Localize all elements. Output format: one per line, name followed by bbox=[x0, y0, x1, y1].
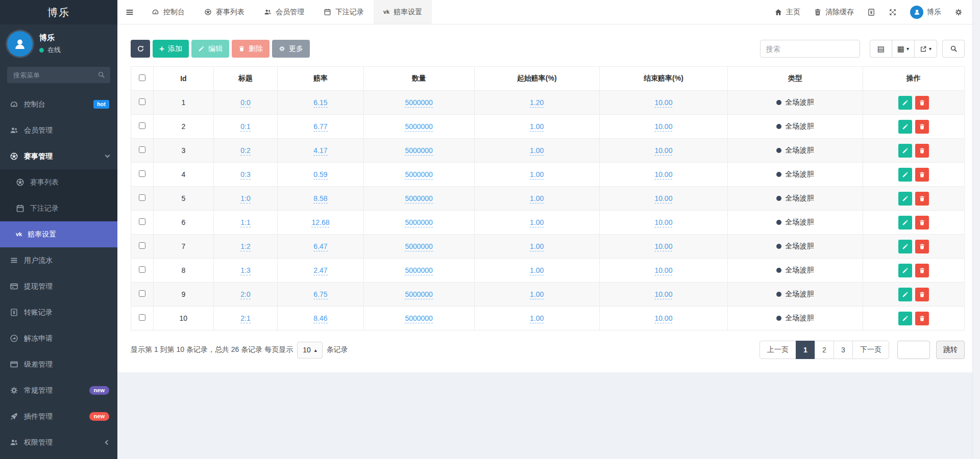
columns-button[interactable]: ▦ ▾ bbox=[892, 40, 915, 58]
row-delete-button[interactable] bbox=[915, 168, 929, 182]
cell-start-odds-link[interactable]: 1.00 bbox=[530, 146, 544, 156]
cell-title-link[interactable]: 0:3 bbox=[240, 170, 250, 180]
nav-tab[interactable]: 下注记录 bbox=[314, 0, 374, 24]
sidebar-item[interactable]: 常规管理new bbox=[0, 377, 117, 403]
cell-odds-link[interactable]: 2.47 bbox=[313, 266, 327, 275]
row-delete-button[interactable] bbox=[915, 288, 929, 301]
sidebar-item[interactable]: 权限管理 bbox=[0, 429, 117, 455]
page-jump-input[interactable] bbox=[897, 341, 930, 359]
cell-title-link[interactable]: 0:0 bbox=[240, 98, 250, 108]
sidebar-item[interactable]: 解冻申请 bbox=[0, 325, 117, 351]
row-edit-button[interactable] bbox=[898, 264, 912, 277]
cell-quantity-link[interactable]: 5000000 bbox=[405, 122, 433, 132]
cell-end-odds-link[interactable]: 10.00 bbox=[654, 218, 672, 227]
fullscreen-button[interactable] bbox=[889, 8, 897, 16]
add-button[interactable]: + 添加 bbox=[153, 40, 189, 58]
row-checkbox[interactable] bbox=[139, 314, 145, 321]
sidebar-item[interactable]: 提现管理 bbox=[0, 273, 117, 299]
cell-quantity-link[interactable]: 5000000 bbox=[405, 170, 433, 180]
row-edit-button[interactable] bbox=[898, 288, 912, 301]
cell-start-odds-link[interactable]: 1.00 bbox=[530, 122, 544, 132]
cell-end-odds-link[interactable]: 10.00 bbox=[654, 98, 672, 108]
cell-start-odds-link[interactable]: 1.20 bbox=[530, 98, 544, 108]
row-delete-button[interactable] bbox=[915, 312, 929, 325]
more-button[interactable]: 更多 bbox=[272, 40, 310, 58]
export-button[interactable]: ▾ bbox=[914, 40, 937, 58]
page-button[interactable]: 3 bbox=[834, 341, 853, 359]
prev-page-button[interactable]: 上一页 bbox=[760, 341, 796, 359]
cell-end-odds-link[interactable]: 10.00 bbox=[654, 170, 672, 180]
cell-quantity-link[interactable]: 5000000 bbox=[405, 218, 433, 227]
row-edit-button[interactable] bbox=[898, 240, 912, 253]
cell-end-odds-link[interactable]: 10.00 bbox=[654, 194, 672, 203]
cell-quantity-link[interactable]: 5000000 bbox=[405, 290, 433, 299]
cell-end-odds-link[interactable]: 10.00 bbox=[654, 242, 672, 251]
sidebar-item[interactable]: 插件管理new bbox=[0, 403, 117, 429]
row-edit-button[interactable] bbox=[898, 168, 912, 182]
cell-title-link[interactable]: 1:3 bbox=[240, 266, 250, 275]
row-checkbox[interactable] bbox=[139, 146, 145, 153]
cell-quantity-link[interactable]: 5000000 bbox=[405, 242, 433, 251]
row-edit-button[interactable] bbox=[898, 144, 912, 158]
cell-start-odds-link[interactable]: 1.00 bbox=[530, 170, 544, 180]
settings-button[interactable] bbox=[954, 8, 963, 16]
row-edit-button[interactable] bbox=[898, 120, 912, 134]
search-button[interactable] bbox=[942, 40, 965, 58]
row-delete-button[interactable] bbox=[915, 144, 929, 158]
sidebar-item[interactable]: 级差管理 bbox=[0, 351, 117, 377]
cell-title-link[interactable]: 0:1 bbox=[240, 122, 250, 132]
cell-end-odds-link[interactable]: 10.00 bbox=[654, 266, 672, 275]
cell-quantity-link[interactable]: 5000000 bbox=[405, 194, 433, 203]
cell-end-odds-link[interactable]: 10.00 bbox=[654, 122, 672, 132]
page-size-dropdown[interactable]: 10 ▴ bbox=[297, 342, 323, 359]
cell-start-odds-link[interactable]: 1.00 bbox=[530, 194, 544, 203]
sidebar-item[interactable]: vk赔率设置 bbox=[0, 221, 117, 247]
page-button[interactable]: 1 bbox=[796, 341, 815, 359]
nav-tab[interactable]: vk赔率设置 bbox=[374, 0, 432, 24]
row-edit-button[interactable] bbox=[898, 96, 912, 110]
row-edit-button[interactable] bbox=[898, 312, 912, 325]
cell-odds-link[interactable]: 8.46 bbox=[313, 314, 327, 323]
cell-title-link[interactable]: 2:1 bbox=[240, 314, 250, 323]
nav-tab[interactable]: 会员管理 bbox=[254, 0, 314, 24]
cell-quantity-link[interactable]: 5000000 bbox=[405, 98, 433, 108]
row-checkbox[interactable] bbox=[139, 266, 145, 273]
sidebar-search-input[interactable] bbox=[7, 67, 110, 83]
cell-odds-link[interactable]: 0.59 bbox=[313, 170, 327, 180]
cell-odds-link[interactable]: 6.75 bbox=[313, 290, 327, 299]
row-checkbox[interactable] bbox=[139, 194, 145, 201]
cell-quantity-link[interactable]: 5000000 bbox=[405, 266, 433, 275]
cell-title-link[interactable]: 1:0 bbox=[240, 194, 250, 203]
cell-start-odds-link[interactable]: 1.00 bbox=[530, 290, 544, 299]
sidebar-item[interactable]: 赛事列表 bbox=[0, 169, 117, 195]
row-checkbox[interactable] bbox=[139, 122, 145, 129]
page-button[interactable]: 2 bbox=[815, 341, 834, 359]
delete-button[interactable]: 删除 bbox=[232, 40, 270, 58]
clear-cache-link[interactable]: 清除缓存 bbox=[814, 8, 854, 17]
row-checkbox[interactable] bbox=[139, 98, 145, 105]
scrollbar-track[interactable] bbox=[972, 0, 980, 459]
cell-end-odds-link[interactable]: 10.00 bbox=[654, 146, 672, 156]
cell-end-odds-link[interactable]: 10.00 bbox=[654, 290, 672, 299]
sidebar-toggle-button[interactable] bbox=[117, 0, 142, 24]
transfer-record-button[interactable] bbox=[867, 8, 875, 16]
cell-title-link[interactable]: 2:0 bbox=[240, 290, 250, 299]
cell-title-link[interactable]: 1:1 bbox=[240, 218, 250, 227]
sidebar-item[interactable]: 下注记录 bbox=[0, 195, 117, 221]
cell-title-link[interactable]: 1:2 bbox=[240, 242, 250, 251]
sidebar-item[interactable]: 控制台hot bbox=[0, 91, 117, 117]
cell-title-link[interactable]: 0:2 bbox=[240, 146, 250, 156]
cell-end-odds-link[interactable]: 10.00 bbox=[654, 314, 672, 323]
cell-quantity-link[interactable]: 5000000 bbox=[405, 314, 433, 323]
row-edit-button[interactable] bbox=[898, 216, 912, 230]
row-delete-button[interactable] bbox=[915, 96, 929, 110]
row-delete-button[interactable] bbox=[915, 240, 929, 253]
row-checkbox[interactable] bbox=[139, 290, 145, 297]
table-search-input[interactable] bbox=[760, 40, 860, 58]
row-edit-button[interactable] bbox=[898, 192, 912, 206]
edit-button[interactable]: 编辑 bbox=[191, 40, 229, 58]
nav-tab[interactable]: 控制台 bbox=[142, 0, 194, 24]
cell-odds-link[interactable]: 4.17 bbox=[313, 146, 327, 156]
home-link[interactable]: 主页 bbox=[774, 8, 800, 17]
cell-start-odds-link[interactable]: 1.00 bbox=[530, 266, 544, 275]
